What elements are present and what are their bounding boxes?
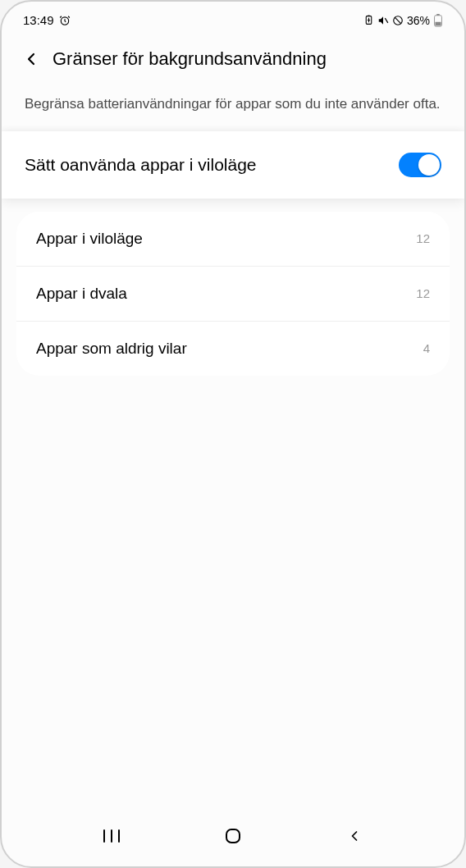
svg-line-3 — [385, 18, 388, 23]
status-left: 13:49 — [23, 13, 71, 27]
svg-rect-8 — [435, 21, 441, 25]
battery-icon — [433, 14, 443, 27]
svg-rect-2 — [368, 16, 369, 16]
toggle-knob — [418, 154, 440, 176]
back-button[interactable] — [21, 49, 41, 69]
list-item-count: 12 — [416, 231, 430, 245]
list-item-label: Appar som aldrig vilar — [36, 340, 187, 358]
sleeping-apps-row[interactable]: Appar i viloläge 12 — [16, 212, 450, 267]
navigation-bar — [2, 809, 464, 866]
sleep-unused-apps-row[interactable]: Sätt oanvända appar i viloläge — [2, 131, 464, 199]
home-button[interactable] — [222, 825, 244, 847]
never-sleeping-apps-row[interactable]: Appar som aldrig vilar 4 — [16, 322, 450, 376]
page-description: Begränsa batterianvändningar för appar s… — [2, 81, 464, 131]
header: Gränser för bakgrundsanvändning — [2, 34, 464, 81]
status-right: 36% — [363, 14, 443, 27]
svg-rect-7 — [436, 14, 440, 16]
app-categories-list: Appar i viloläge 12 Appar i dvala 12 App… — [16, 212, 450, 376]
list-item-count: 4 — [423, 341, 430, 355]
list-item-count: 12 — [416, 286, 430, 300]
mute-icon — [377, 15, 389, 26]
do-not-disturb-icon — [392, 15, 404, 26]
battery-saver-icon — [363, 15, 374, 25]
battery-percent: 36% — [407, 14, 430, 27]
recents-button[interactable] — [101, 825, 122, 847]
nav-back-button[interactable] — [344, 825, 365, 847]
alarm-icon — [59, 15, 71, 26]
status-bar: 13:49 — [2, 2, 464, 34]
phone-frame: 13:49 — [0, 0, 466, 868]
list-item-label: Appar i dvala — [36, 285, 127, 303]
deep-sleeping-apps-row[interactable]: Appar i dvala 12 — [16, 267, 450, 322]
sleep-unused-apps-toggle[interactable] — [399, 153, 441, 177]
page-title: Gränser för bakgrundsanvändning — [53, 48, 327, 70]
list-item-label: Appar i viloläge — [36, 230, 143, 248]
status-time: 13:49 — [23, 13, 54, 27]
toggle-label: Sätt oanvända appar i viloläge — [25, 155, 257, 175]
svg-rect-12 — [226, 829, 240, 843]
svg-line-5 — [395, 16, 401, 23]
